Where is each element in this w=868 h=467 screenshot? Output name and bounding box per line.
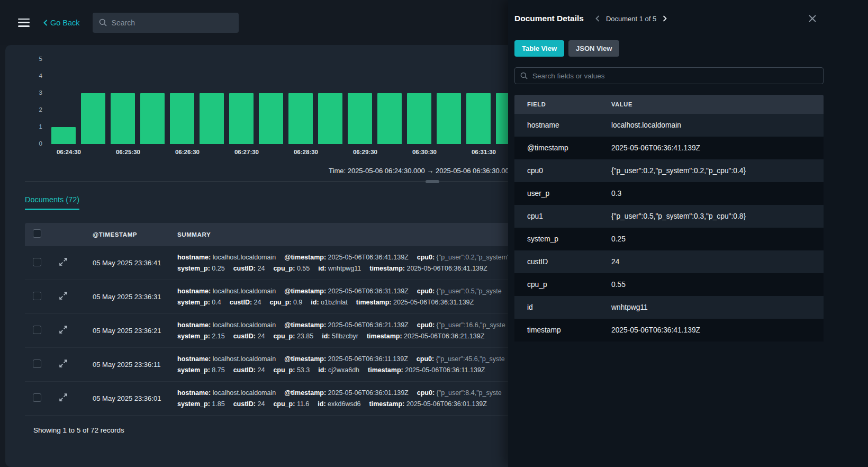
field-name: user_p xyxy=(527,190,611,197)
expand-document-button[interactable] xyxy=(59,326,67,334)
expand-document-button[interactable] xyxy=(59,360,67,367)
chart-bar xyxy=(377,93,402,144)
search-icon xyxy=(520,72,528,79)
y-axis-tick: 3 xyxy=(39,89,42,96)
chart-bar xyxy=(229,93,254,144)
summary-field: timestamp: 2025-05-06T06:36:21.139Z xyxy=(367,333,484,340)
close-icon[interactable] xyxy=(809,15,816,22)
view-tab-table-view[interactable]: Table View xyxy=(514,40,564,57)
field-row: cpu1{"p_user":0.5,"p_system":0.3,"p_cpu"… xyxy=(514,205,824,228)
field-value: 2025-05-06T06:36:41.139Z xyxy=(611,326,824,334)
field-row: cpu0{"p_user":0.2,"p_system":0.2,"p_cpu"… xyxy=(514,159,824,182)
summary-value: 8.75 xyxy=(210,366,225,374)
fields-search-input[interactable] xyxy=(532,72,818,80)
view-tab-json-view[interactable]: JSON View xyxy=(568,40,619,57)
summary-value: 1.85 xyxy=(210,400,225,408)
summary-value: 2025-05-06T06:36:31.139Z xyxy=(326,288,409,295)
summary-field: cpu0: {"p_user":8.4,"p_syste xyxy=(417,389,502,397)
summary-field: cpu0: {"p_user":45.6,"p_syste xyxy=(417,355,505,363)
chart-bar xyxy=(140,93,165,144)
summary-value: {"p_user":8.4,"p_syste xyxy=(435,389,502,397)
menu-icon[interactable] xyxy=(18,19,30,27)
fields-table: FIELD VALUE hostnamelocalhost.localdomai… xyxy=(514,95,824,342)
chart-bar xyxy=(81,93,105,144)
summary-field: id: exkd6wsd6 xyxy=(318,400,360,408)
chart-bar xyxy=(170,93,194,144)
select-all-checkbox[interactable] xyxy=(33,229,41,238)
summary-value: 2025-05-06T06:36:01.139Z xyxy=(326,389,409,397)
summary-field: id: 5flbzcbyr xyxy=(322,333,358,340)
field-value: 0.25 xyxy=(611,235,824,243)
summary-value: {"p_user":45.6,"p_syste xyxy=(434,355,505,363)
field-name: @timestamp xyxy=(527,144,611,152)
tab-documents[interactable]: Documents (72) xyxy=(25,195,79,210)
summary-field: system_p: 1.85 xyxy=(177,400,225,408)
panel-title: Document Details xyxy=(514,14,584,23)
summary-value: 2025-05-06T06:36:41.139Z xyxy=(326,254,409,261)
summary-field: custID: 24 xyxy=(233,265,265,272)
field-row: user_p0.3 xyxy=(514,182,824,205)
row-expand-cell xyxy=(59,258,93,268)
summary-field: timestamp: 2025-05-06T06:36:11.139Z xyxy=(368,366,485,374)
summary-value: 2025-05-06T06:36:31.139Z xyxy=(392,299,474,306)
field-name: system_p xyxy=(527,235,611,243)
summary-field: hostname: localhost.localdomain xyxy=(177,389,276,397)
summary-value: exkd6wsd6 xyxy=(326,400,361,408)
summary-value: 5flbzcbyr xyxy=(330,333,358,340)
field-name: cpu_p xyxy=(527,281,611,289)
global-search[interactable] xyxy=(93,13,239,33)
summary-field: id: cj2wxa6dh xyxy=(318,366,359,374)
search-input[interactable] xyxy=(112,19,232,27)
summary-field: cpu_p: 23.85 xyxy=(273,333,313,340)
field-name: custID xyxy=(527,258,611,266)
field-value: localhost.localdomain xyxy=(611,121,824,129)
summary-field: cpu0: {"p_user":16.6,"p_syste xyxy=(417,321,505,329)
summary-value: 2025-05-06T06:36:21.139Z xyxy=(402,333,485,340)
summary-value: 23.85 xyxy=(295,333,313,340)
column-field: FIELD xyxy=(527,101,611,107)
expand-document-button[interactable] xyxy=(59,258,67,266)
doc-timestamp: 05 May 2025 23:36:31 xyxy=(93,293,177,301)
row-checkbox[interactable] xyxy=(33,258,41,266)
summary-field: system_p: 8.75 xyxy=(177,366,225,374)
x-axis-label: 06:24:30 xyxy=(39,149,98,155)
summary-field: hostname: localhost.localdomain xyxy=(177,254,276,261)
field-value: {"p_user":0.5,"p_system":0.3,"p_cpu":0.8… xyxy=(611,212,824,220)
summary-value: 0.55 xyxy=(295,265,310,272)
summary-value: {"p_user":0.5,"p_syste xyxy=(435,288,502,295)
summary-value: 11.6 xyxy=(295,400,309,408)
row-checkbox[interactable] xyxy=(33,393,41,402)
row-expand-cell xyxy=(59,360,93,370)
chart-bar xyxy=(348,93,372,144)
chart-bar xyxy=(318,93,342,144)
expand-document-button[interactable] xyxy=(59,393,67,401)
summary-field: system_p: 0.4 xyxy=(177,299,221,306)
row-checkbox[interactable] xyxy=(33,292,41,300)
document-pager: Document 1 of 5 xyxy=(595,15,667,23)
doc-timestamp: 05 May 2025 23:36:11 xyxy=(93,361,177,369)
field-name: timestamp xyxy=(527,326,611,334)
prev-document-button[interactable] xyxy=(595,15,600,22)
fields-search[interactable] xyxy=(514,67,824,84)
expand-document-button[interactable] xyxy=(59,292,67,300)
resize-handle[interactable] xyxy=(426,180,439,183)
summary-value: 24 xyxy=(256,333,265,340)
row-checkbox[interactable] xyxy=(33,326,41,334)
summary-value: 2025-05-06T06:36:11.139Z xyxy=(403,366,485,374)
chart-bar xyxy=(466,93,491,144)
row-checkbox-cell xyxy=(33,292,59,302)
summary-value: 0.4 xyxy=(210,299,221,306)
summary-field: timestamp: 2025-05-06T06:36:31.139Z xyxy=(356,299,474,306)
row-checkbox[interactable] xyxy=(33,360,41,368)
summary-field: timestamp: 2025-05-06T06:36:41.139Z xyxy=(369,265,487,272)
field-row: @timestamp2025-05-06T06:36:41.139Z xyxy=(514,137,824,159)
go-back-button[interactable]: Go Back xyxy=(43,19,80,27)
next-document-button[interactable] xyxy=(663,15,667,22)
summary-value: 0.25 xyxy=(210,265,225,272)
summary-value: 2025-05-06T06:36:01.139Z xyxy=(404,400,487,408)
y-axis-tick: 1 xyxy=(39,123,42,130)
expand-icon xyxy=(59,292,67,300)
search-icon xyxy=(99,19,107,26)
summary-field: cpu_p: 0.9 xyxy=(269,299,302,306)
summary-field: custID: 24 xyxy=(230,299,261,306)
